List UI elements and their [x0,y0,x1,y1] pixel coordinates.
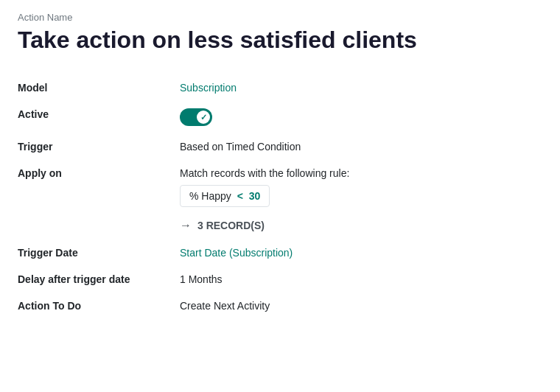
action-to-do-value: Create Next Activity [180,293,542,319]
records-row: → 3 RECORD(S) [180,219,542,232]
trigger-date-label: Trigger Date [18,239,180,266]
checkmark-icon: ✓ [200,113,207,122]
rule-value: 30 [249,190,261,202]
trigger-value: Based on Timed Condition [180,133,542,160]
delay-label: Delay after trigger date [18,266,180,293]
trigger-date-value: Start Date (Subscription) [180,239,542,266]
delay-value: 1 Months [180,266,542,293]
apply-on-description: Match records with the following rule: [180,167,542,179]
model-label: Model [18,74,180,101]
form-grid: Model Subscription Active ✓ Trigger Base… [18,74,542,319]
apply-on-value: Match records with the following rule: %… [180,160,542,239]
records-count: 3 RECORD(S) [197,220,265,231]
trigger-label: Trigger [18,133,180,160]
page-container: Action Name Take action on less satisfie… [18,12,542,319]
rule-operator: < [237,190,243,202]
rule-field: % Happy [189,190,231,202]
toggle-knob: ✓ [197,111,210,124]
action-name-label: Action Name [18,12,542,23]
model-value: Subscription [180,74,542,101]
active-toggle-container: ✓ [180,101,542,133]
apply-on-label: Apply on [18,160,180,186]
page-title: Take action on less satisfied clients [18,26,542,54]
active-toggle[interactable]: ✓ [180,108,212,126]
active-label: Active [18,101,180,127]
arrow-right-icon: → [180,219,192,232]
action-to-do-label: Action To Do [18,293,180,319]
rule-badge[interactable]: % Happy < 30 [180,185,270,207]
